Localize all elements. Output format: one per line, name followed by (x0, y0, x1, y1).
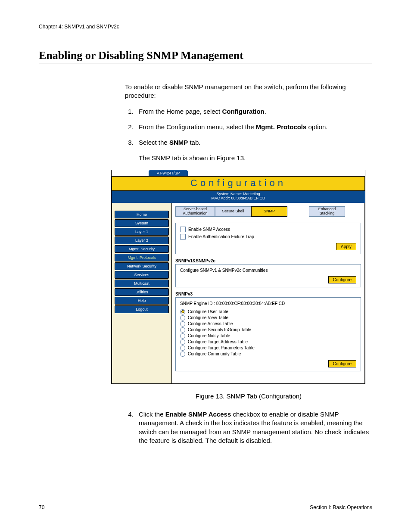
main-panel: Server-based Authentication Secure Shell… (171, 203, 364, 383)
step-3-extra: The SNMP tab is shown in Figure 13. (139, 154, 372, 162)
sidebar-item-utilities[interactable]: Utilities (115, 288, 169, 296)
model-tab: AT-9424T/SP (149, 170, 188, 176)
radio-user-table[interactable] (180, 309, 185, 314)
footer: 70 Section I: Basic Operations (39, 504, 372, 510)
radio-community-table-label: Configure Community Table (188, 352, 241, 356)
step-2-a: From the Configuration menu, select the (139, 123, 256, 131)
radio-target-parameters-table[interactable] (180, 345, 185, 351)
enable-snmp-access-checkbox[interactable] (180, 227, 186, 232)
sidebar-item-multicast[interactable]: Multicast (115, 280, 169, 287)
sidebar-item-layer1[interactable]: Layer 1 (115, 228, 169, 236)
step-3-bold: SNMP (169, 139, 188, 146)
page-number: 70 (39, 504, 44, 510)
snmpv1v2c-box: Configure SNMPv1 & SNMPv2c Communities C… (175, 264, 361, 287)
sidebar-item-system[interactable]: System (115, 219, 169, 227)
sidebar-item-home[interactable]: Home (115, 211, 169, 218)
snmpv1v2c-heading: SNMPv1&SNMPv2c (175, 258, 361, 263)
tab-secure-shell[interactable]: Secure Shell (215, 206, 251, 217)
snmpv3-heading: SNMPv3 (175, 292, 361, 296)
radio-target-address-table[interactable] (180, 339, 185, 345)
radio-target-address-table-label: Configure Target Address Table (188, 339, 248, 344)
radio-view-table-label: Configure View Table (188, 315, 228, 320)
radio-community-table[interactable] (180, 352, 185, 357)
system-strip: System Name: Marketing MAC Addr: 00:30:8… (112, 191, 365, 203)
step-2-bold: Mgmt. Protocols (256, 123, 307, 131)
step-4: Click the Enable SNMP Access checkbox to… (135, 410, 372, 445)
snmpv1v2c-line: Configure SNMPv1 & SNMPv2c Communities (180, 268, 356, 273)
sidebar-item-layer2[interactable]: Layer 2 (115, 236, 169, 244)
configure-v1v2c-button[interactable]: Configure (328, 276, 356, 283)
step-2-c: option. (306, 123, 327, 131)
chapter-header: Chapter 4: SNMPv1 and SNMPv2c (39, 24, 372, 30)
tab-snmp[interactable]: SNMP (251, 206, 287, 217)
apply-button[interactable]: Apply (336, 243, 356, 250)
radio-access-table-label: Configure Access Table (188, 321, 233, 326)
step-2: From the Configuration menu, select the … (135, 123, 372, 131)
section-title: Enabling or Disabling SNMP Management (39, 49, 372, 63)
sidebar-item-services[interactable]: Services (115, 271, 169, 279)
sidebar-item-logout[interactable]: Logout (115, 305, 169, 313)
step-4-bold: Enable SNMP Access (165, 411, 231, 418)
radio-user-table-label: Configure User Table (188, 309, 228, 314)
step-1-bold: Configuration (222, 108, 264, 115)
step-3-a: Select the (139, 139, 169, 146)
sidebar-item-network-security[interactable]: Network Security (115, 262, 169, 270)
section-label: Section I: Basic Operations (310, 504, 372, 510)
radio-view-table[interactable] (180, 315, 185, 320)
enable-auth-failure-trap-label: Enable Authentication Failure Trap (188, 234, 254, 239)
figure-caption: Figure 13. SNMP Tab (Configuration) (125, 392, 372, 401)
sidebar-item-mgmt-security[interactable]: Mgmt. Security (115, 245, 169, 253)
step-4-a: Click the (139, 411, 165, 418)
system-name-line: System Name: Marketing (112, 192, 365, 196)
sidebar: Home System Layer 1 Layer 2 Mgmt. Securi… (112, 203, 171, 383)
intro-text: To enable or disable SNMP management on … (125, 83, 372, 100)
step-1-c: . (265, 108, 266, 115)
step-1: From the Home page, select Configuration… (135, 107, 372, 116)
snmpv3-box: SNMP Engine ID : 80:00:00:CF:03:00:30:84… (175, 297, 361, 371)
page-title: Configuration (112, 176, 365, 191)
snmp-access-box: Enable SNMP Access Enable Authentication… (175, 223, 361, 254)
step-3: Select the SNMP tab. The SNMP tab is sho… (135, 138, 372, 163)
sidebar-item-help[interactable]: Help (115, 297, 169, 305)
model-bar: AT-9424T/SP (112, 170, 365, 176)
radio-access-table[interactable] (180, 321, 185, 327)
tab-enhanced-stacking[interactable]: Enhanced Stacking (309, 206, 345, 217)
step-1-a: From the Home page, select (139, 108, 222, 115)
sidebar-item-mgmt-protocols[interactable]: Mgmt. Protocols (115, 254, 169, 261)
figure-snmp-tab: AT-9424T/SP Configuration System Name: M… (111, 170, 365, 384)
step-3-c: tab. (188, 139, 200, 146)
radio-securitytogroup-table[interactable] (180, 327, 185, 333)
configure-v3-button[interactable]: Configure (328, 360, 356, 367)
tab-server-auth[interactable]: Server-based Authentication (175, 206, 215, 217)
radio-notify-table-label: Configure Notify Table (188, 333, 230, 338)
enable-auth-failure-trap-checkbox[interactable] (180, 234, 186, 240)
radio-notify-table[interactable] (180, 333, 185, 339)
snmp-engine-id: SNMP Engine ID : 80:00:00:CF:03:00:30:84… (180, 301, 356, 306)
mac-addr-line: MAC Addr: 00:30:84:AB:EF:CD (112, 196, 365, 201)
radio-target-parameters-table-label: Configure Target Parameters Table (188, 345, 255, 350)
radio-securitytogroup-table-label: Configure SecurityToGroup Table (188, 327, 251, 332)
enable-snmp-access-label: Enable SNMP Access (188, 227, 230, 232)
tab-row: Server-based Authentication Secure Shell… (175, 206, 361, 217)
